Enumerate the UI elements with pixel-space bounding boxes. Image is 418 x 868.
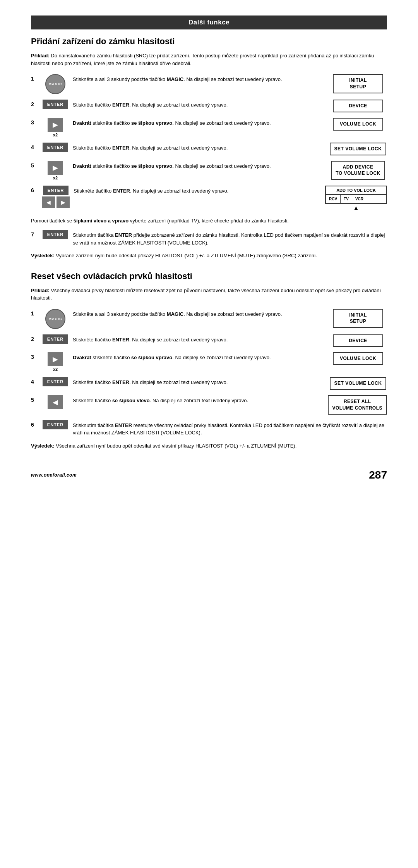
step-display: VOLUME LOCK [329,118,387,131]
step-num: 2 [31,336,38,342]
step-display: SET VOLUME LOCK [329,377,387,390]
display-volume-lock: VOLUME LOCK [333,118,383,131]
display-initial-setup: INITIALSETUP [333,74,383,93]
step-desc: Stiskněte a asi 3 sekundy podržte tlačít… [73,309,325,318]
step-icon-enter: ENTER ◀ ▶ [42,186,70,208]
magic-button-icon: MAGIC [45,309,65,329]
magic-button-icon: MAGIC [45,74,65,94]
step-desc: Stiskněte tlačítko se šipkou vlevo. Na d… [73,395,324,405]
step-icon-magic: MAGIC [42,309,69,329]
enter-button-icon: ENTER [43,377,68,386]
step-1-7: 7 ENTER Stisknutím tlačítka ENTER přidej… [31,230,387,246]
display-tv: TV [341,195,352,203]
section2-steps: 1 MAGIC Stiskněte a asi 3 sekundy podržt… [31,309,387,437]
step-num: 7 [31,231,38,238]
display-device-2: DEVICE [333,334,383,347]
step-2-2: 2 ENTER Stiskněte tlačítko ENTER. Na dis… [31,334,387,347]
step-icon-enter: ENTER [42,420,69,429]
step-display: SET VOLUME LOCK [329,143,387,155]
step-icon-arrow-right: ▶ x2 [42,118,69,137]
display-set-volume-lock-2: SET VOLUME LOCK [330,377,387,390]
step-display: INITIALSETUP [329,74,387,93]
step-num: 5 [31,162,38,169]
enter-button-icon: ENTER [43,186,69,195]
step-display: INITIALSETUP [329,309,387,328]
step-display: DEVICE [329,334,387,347]
step-icon-enter: ENTER [42,377,69,386]
display-set-volume-lock: SET VOLUME LOCK [330,143,387,155]
step-icon-arrow-right: ▶ x2 [42,161,69,180]
footer-page: 287 [369,469,387,481]
step-1-4: 4 ENTER Stiskněte tlačítko ENTER. Na dis… [31,143,387,155]
step-icon-arrow-left: ◀ [42,395,69,409]
step-display: ADD DEVICETO VOLUME LOCK [329,161,387,180]
display-reset-all-volume-controls: RESET ALLVOLUME CONTROLS [328,395,387,415]
section2-intro: Příklad: Všechny ovládací prvky hlasitos… [31,287,387,302]
step-1-1: 1 MAGIC Stiskněte a asi 3 sekundy podržt… [31,74,387,94]
step-num: 6 [31,422,38,428]
footer-url: www.oneforall.com [31,472,77,478]
section1-result: Výsledek: Vybrané zařízení nyní bude ode… [31,252,387,260]
display-initial-setup-2: INITIALSETUP [333,309,383,328]
header-bar: Další funkce [31,16,387,29]
display-device: DEVICE [333,100,383,112]
step-icon-magic: MAGIC [42,74,69,94]
display-add-to-vol-lock-block: ADD TO VOL LOCK RCV TV VCR ▲ [325,186,387,212]
step-num: 3 [31,119,38,126]
step-num: 4 [31,144,38,150]
step-num: 1 [31,76,38,82]
step-desc: Dvakrát stiskněte tlačítko se šipkou vpr… [73,352,325,362]
step-1-3: 3 ▶ x2 Dvakrát stiskněte tlačítko se šip… [31,118,387,137]
header-title: Další funkce [188,19,230,26]
step-icon-enter: ENTER [42,334,69,344]
enter-button-icon: ENTER [43,100,68,109]
display-add-device-to-volume-lock: ADD DEVICETO VOLUME LOCK [331,161,385,180]
double-arrow-icons: ◀ ▶ [42,196,70,208]
step-2-1: 1 MAGIC Stiskněte a asi 3 sekundy podržt… [31,309,387,329]
x2-label: x2 [53,176,58,180]
step-desc: Stiskněte tlačítko ENTER. Na displeji se… [73,334,325,344]
step-num: 5 [31,397,38,403]
step-num: 4 [31,379,38,385]
enter-button-icon: ENTER [43,420,68,429]
step-num: 2 [31,101,38,107]
section1-note: Pomocí tlačítek se šipkami vlevo a vprav… [31,217,387,225]
step-icon-arrow-right: ▶ x2 [42,352,69,372]
section1-intro: Příklad: Do nainstalovaného zámku hlasit… [31,52,387,67]
section2-result: Výsledek: Všechna zařízení nyní budou op… [31,442,387,450]
step-desc: Dvakrát stiskněte tlačítko se šipkou vpr… [73,118,325,127]
arrow-right-icon: ▶ [48,352,63,366]
step-desc: Stiskněte tlačítko ENTER. Na displeji se… [73,377,325,386]
display-volume-lock-2: VOLUME LOCK [333,352,383,365]
step-desc: Stisknutím tlačítka ENTER přidejte zobra… [73,230,387,246]
enter-button-icon: ENTER [43,143,68,152]
step-display: DEVICE [329,100,387,112]
step-2-4: 4 ENTER Stiskněte tlačítko ENTER. Na dis… [31,377,387,390]
display-sub-row: RCV TV VCR [325,194,387,204]
arrow-right-icon: ▶ [48,118,63,132]
display-vcr: VCR [352,195,367,203]
x2-label: x2 [53,133,58,137]
enter-button-icon: ENTER [43,230,68,239]
arrow-left-icon: ◀ [48,395,63,409]
x2-label: x2 [53,367,58,372]
step-num: 1 [31,310,38,317]
step-num: 3 [31,354,38,360]
step-display: RESET ALLVOLUME CONTROLS [328,395,387,415]
step-desc: Stiskněte tlačítko ENTER. Na displeji se… [74,186,321,195]
footer: www.oneforall.com 287 [31,465,387,481]
step-2-3: 3 ▶ x2 Dvakrát stiskněte tlačítko se šip… [31,352,387,372]
step-1-5: 5 ▶ x2 Dvakrát stiskněte tlačítko se šip… [31,161,387,180]
step-display: VOLUME LOCK [329,352,387,365]
section1-title: Přidání zařízení do zámku hlasitosti [31,36,387,46]
section2-title: Reset všech ovládacích prvků hlasitosti [31,271,387,281]
arrow-right-icon: ▶ [48,161,63,175]
step-desc: Stiskněte tlačítko ENTER. Na displeji se… [73,100,325,109]
step-icon-enter: ENTER [42,143,69,152]
step-desc: Stisknutím tlačítka ENTER resetujte všec… [73,420,387,437]
step-desc: Dvakrát stiskněte tlačítko se šipkou vpr… [73,161,325,170]
step-desc: Stiskněte a asi 3 sekundy podržte tlačít… [73,74,325,83]
arrow-up-indicator: ▲ [353,205,359,212]
enter-button-icon: ENTER [43,334,68,344]
step-1-2: 2 ENTER Stiskněte tlačítko ENTER. Na dis… [31,100,387,112]
